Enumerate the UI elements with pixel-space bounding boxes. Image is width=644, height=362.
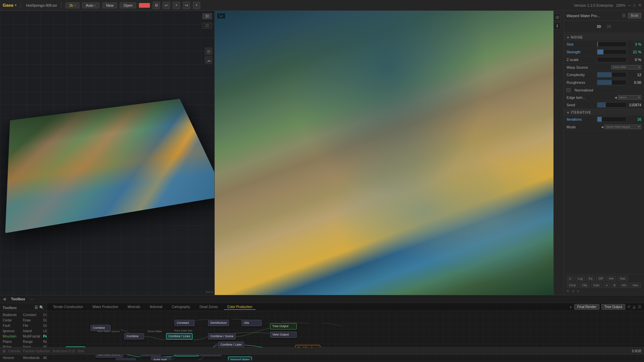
mode-btn[interactable]: Auto ▾ <box>82 2 100 8</box>
toolbox-item-draw[interactable]: Draw <box>21 318 42 323</box>
window-min[interactable]: ─ <box>628 3 631 7</box>
vp-main-dl-icon[interactable]: ⬇ <box>553 22 561 29</box>
prop-normalized[interactable]: Normalized <box>564 86 644 94</box>
toolbox-item-resource[interactable]: Resource <box>42 339 47 344</box>
panel-3d-icon[interactable]: 3D <box>595 23 603 30</box>
prop-edgebeh-prev[interactable]: ◀ <box>613 96 618 99</box>
toolbox-item-plains[interactable]: Plains <box>1 339 21 344</box>
b-btn[interactable]: B <box>611 283 618 288</box>
node-abs[interactable]: Abs <box>241 320 262 326</box>
min-btn[interactable]: Min <box>606 276 616 281</box>
node-autolevel2[interactable]: AutoLevel <box>151 357 171 360</box>
diff-btn[interactable]: Diff <box>596 276 605 281</box>
prop-seed-bar[interactable] <box>597 102 627 108</box>
node-combine-scene[interactable]: Combine / Scene <box>208 333 236 340</box>
toolbox-item-linthface[interactable]: Linthface <box>42 328 47 334</box>
toolbox-sidebar-search-icon[interactable]: 🔍 <box>39 305 44 310</box>
toolbox-item-perlin[interactable]: Perlin <box>42 334 47 339</box>
node-combine-lines[interactable]: Combine / Lines <box>166 333 193 340</box>
viewport-3d[interactable]: 3D 2D ⊞ ☁ 350.2 <box>0 11 215 295</box>
vp-grid-icon[interactable]: ⊞ <box>205 48 212 55</box>
node-combine-2[interactable]: Combine <box>124 333 144 340</box>
a-btn[interactable]: A <box>603 283 610 288</box>
ned-tab-color[interactable]: Color Production <box>224 304 256 310</box>
rp-icon-2[interactable]: ↺ <box>572 289 575 294</box>
new-btn[interactable]: New <box>102 2 117 8</box>
prop-size-bar[interactable] <box>597 42 627 47</box>
ned-tab-arboreal[interactable]: Arboreal <box>146 304 166 310</box>
build-btn[interactable]: Build <box>628 13 641 18</box>
redo-dropdown[interactable]: ▾ <box>193 2 200 9</box>
min2-btn[interactable]: Min <box>620 283 629 288</box>
toolbox-collapse-btn[interactable]: ◀ <box>3 297 6 301</box>
toolbox-item-voronoi2[interactable]: Voronoi <box>1 355 21 360</box>
ned-tab-terrain[interactable]: Terrain Construction <box>50 304 86 310</box>
vp-main-grid-icon[interactable]: ⊞ <box>553 13 561 21</box>
panel-2d-icon[interactable]: 2D <box>605 23 613 30</box>
toolbox-item-range[interactable]: Range <box>21 339 42 344</box>
prop-strength-bar[interactable] <box>597 49 627 55</box>
noise-section-header[interactable]: ▼ NOISE <box>564 34 644 41</box>
max-btn[interactable]: Max <box>618 276 628 281</box>
toolbox-item-cedar[interactable]: Cedar <box>1 318 21 323</box>
ned-tab-deadzones[interactable]: Dead Zones <box>196 304 221 310</box>
console-label[interactable]: Console <box>8 349 20 353</box>
prop-normalized-checkbox[interactable] <box>567 88 571 92</box>
ned-tab-water[interactable]: Water Production <box>89 304 121 310</box>
node-autolevel[interactable]: AutoLevel <box>116 358 136 360</box>
node-viewoutput[interactable]: View Output <box>270 331 297 338</box>
view-toggle-2d[interactable]: 2D <box>203 23 212 28</box>
open-btn[interactable]: Open <box>120 2 136 8</box>
vp-cloud-icon[interactable]: ☁ <box>205 56 212 64</box>
clip-btn[interactable]: Clip <box>580 283 590 288</box>
toolbox-item-badlands[interactable]: Badlands <box>1 312 21 317</box>
prop-edgebeh-select[interactable]: Mirror ▾ <box>618 95 641 100</box>
status-icon-1[interactable]: ⊞ <box>3 349 5 353</box>
prop-mode-select[interactable]: Vector Field Integral ▾ <box>604 125 641 129</box>
toolbox-sidebar-filter-icon[interactable]: ☰ <box>35 305 38 310</box>
toolbox-item-worstlands[interactable]: Worstlands <box>21 355 42 360</box>
panel-menu-icon[interactable]: ☰ <box>622 13 626 18</box>
toolbox-minimize-icon[interactable]: ─ <box>31 297 34 301</box>
window-max[interactable]: □ <box>633 3 636 7</box>
ned-tab-cartography[interactable]: Cartography <box>168 304 194 310</box>
lr-btn[interactable]: Lr <box>567 276 574 281</box>
node-warped-water-2[interactable]: Warped Water <box>228 357 252 360</box>
undo-dropdown[interactable]: ▾ <box>173 2 180 9</box>
undo-btn[interactable]: ↩ <box>163 2 170 9</box>
eq-btn[interactable]: Eq <box>586 276 595 281</box>
save-btn[interactable] <box>139 3 150 8</box>
redo-btn[interactable]: ↪ <box>183 2 190 9</box>
ned-print-icon[interactable]: 🖨 <box>632 305 636 309</box>
settings-icon[interactable]: ⚙ <box>153 2 160 9</box>
toolbox-item-dunes[interactable]: Dunes <box>42 318 47 323</box>
ned-refresh-icon[interactable]: ↺ <box>627 305 630 309</box>
prop-complexity-bar[interactable] <box>597 72 627 77</box>
toolbox-item-igneous[interactable]: Igneous <box>1 328 21 334</box>
window-close[interactable]: ✕ <box>638 3 641 7</box>
resolution-btn[interactable]: 2k ▾ <box>65 2 79 8</box>
prop-warpsource-select[interactable]: Perlin FBM ▾ <box>611 65 641 69</box>
viewport-main[interactable]: ⊞ ⬇ Lv <box>215 11 564 295</box>
gain-btn[interactable]: Gain <box>591 283 602 288</box>
rp-icon-3[interactable]: ✕ <box>577 289 580 294</box>
ned-tab-minerals[interactable]: Minerals <box>124 304 144 310</box>
ned-final-render-btn[interactable]: Final Render <box>574 304 599 310</box>
ned-tree-output-btn[interactable]: Tree Output <box>601 304 625 310</box>
view-toggle-3d[interactable]: 3D <box>203 13 212 19</box>
rp-icon-1[interactable]: ⇱ <box>567 289 570 294</box>
toolbox-item-mountain[interactable]: Mountain <box>1 334 21 339</box>
node-demtexture[interactable]: Dem/texture <box>208 320 229 326</box>
toolbox-item-constant[interactable]: Constant <box>21 312 42 317</box>
clmp-btn[interactable]: Clmp <box>567 283 578 288</box>
toolbox-item-gradient[interactable]: Gradient <box>42 323 47 328</box>
toolbox-item-file[interactable]: File <box>21 323 42 328</box>
prop-mode-prev[interactable]: ◀ <box>600 125 604 129</box>
toolbox-item-fault[interactable]: Fault <box>1 323 21 328</box>
prop-roughness-bar[interactable] <box>597 80 627 85</box>
ned-add-icon[interactable]: + <box>570 304 572 310</box>
node-constant[interactable]: Constant <box>174 320 195 326</box>
app-menu-arrow[interactable]: ▾ <box>15 3 16 7</box>
node-treeoutput[interactable]: Tree Output <box>270 323 297 329</box>
ned-menu-icon[interactable]: ☰ <box>638 305 641 309</box>
